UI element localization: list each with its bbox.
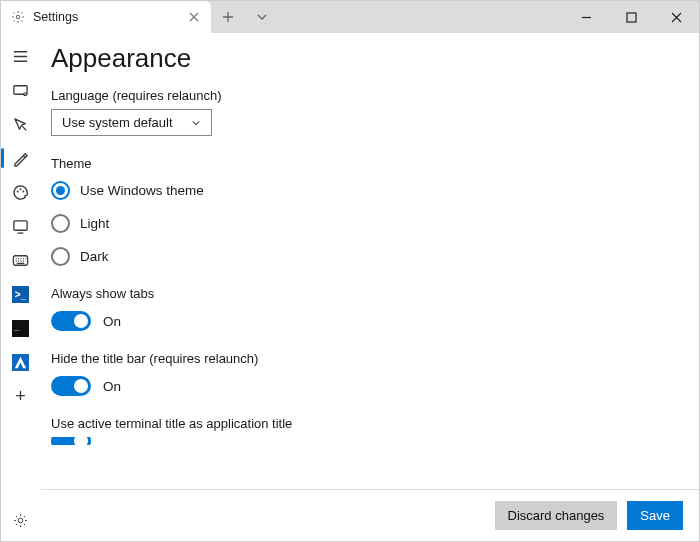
radio-label: Light xyxy=(80,216,109,231)
sidebar: >_ _ + xyxy=(1,33,41,541)
tab-title: Settings xyxy=(33,10,179,24)
discard-button[interactable]: Discard changes xyxy=(495,501,618,530)
always-show-tabs-state: On xyxy=(103,314,121,329)
sidebar-item-startup[interactable] xyxy=(1,73,41,107)
always-show-tabs-toggle[interactable] xyxy=(51,311,91,331)
svg-point-9 xyxy=(18,518,23,523)
sidebar-item-actions[interactable] xyxy=(1,243,41,277)
svg-rect-7 xyxy=(14,220,27,229)
tab-close-button[interactable] xyxy=(187,10,201,24)
language-selected: Use system default xyxy=(62,115,173,130)
sidebar-item-add-new[interactable]: + xyxy=(1,379,41,413)
sidebar-item-interaction[interactable] xyxy=(1,107,41,141)
body: >_ _ + Appearance Language (requires xyxy=(1,33,699,541)
hide-title-bar-state: On xyxy=(103,379,121,394)
radio-icon xyxy=(51,247,70,266)
sidebar-item-color-schemes[interactable] xyxy=(1,175,41,209)
svg-point-5 xyxy=(20,188,22,190)
tab-dropdown-button[interactable] xyxy=(245,11,279,23)
page-title: Appearance xyxy=(51,43,677,74)
radio-icon xyxy=(51,214,70,233)
theme-option-dark[interactable]: Dark xyxy=(51,247,677,266)
radio-icon xyxy=(51,181,70,200)
radio-label: Use Windows theme xyxy=(80,183,204,198)
svg-point-0 xyxy=(16,15,20,19)
minimize-button[interactable] xyxy=(564,1,609,33)
always-show-tabs-label: Always show tabs xyxy=(51,286,677,301)
window-controls xyxy=(564,1,699,33)
tab-actions xyxy=(211,1,279,33)
use-active-title-toggle[interactable] xyxy=(51,437,91,445)
azure-icon xyxy=(12,354,29,371)
footer: Discard changes Save xyxy=(41,489,699,541)
svg-rect-1 xyxy=(627,13,636,22)
theme-radio-group: Use Windows theme Light Dark xyxy=(51,181,677,266)
sidebar-item-open-json[interactable] xyxy=(1,499,41,541)
hide-title-bar-toggle[interactable] xyxy=(51,376,91,396)
sidebar-item-command-prompt[interactable]: _ xyxy=(1,311,41,345)
chevron-down-icon xyxy=(191,118,201,128)
powershell-icon: >_ xyxy=(12,286,29,303)
radio-label: Dark xyxy=(80,249,109,264)
language-label: Language (requires relaunch) xyxy=(51,88,677,103)
main: Appearance Language (requires relaunch) … xyxy=(41,33,699,541)
svg-point-4 xyxy=(17,190,19,192)
gear-icon xyxy=(11,10,25,24)
command-prompt-icon: _ xyxy=(12,320,29,337)
close-button[interactable] xyxy=(654,1,699,33)
tab-settings[interactable]: Settings xyxy=(1,1,211,33)
svg-point-6 xyxy=(22,190,24,192)
use-active-title-label: Use active terminal title as application… xyxy=(51,416,677,431)
sidebar-item-rendering[interactable] xyxy=(1,209,41,243)
language-dropdown[interactable]: Use system default xyxy=(51,109,212,136)
new-tab-button[interactable] xyxy=(211,11,245,23)
plus-icon: + xyxy=(15,387,26,405)
app-window: Settings xyxy=(0,0,700,542)
maximize-button[interactable] xyxy=(609,1,654,33)
theme-option-system[interactable]: Use Windows theme xyxy=(51,181,677,200)
theme-label: Theme xyxy=(51,156,677,171)
title-bar: Settings xyxy=(1,1,699,33)
theme-option-light[interactable]: Light xyxy=(51,214,677,233)
hamburger-menu-button[interactable] xyxy=(1,39,41,73)
save-button[interactable]: Save xyxy=(627,501,683,530)
hide-title-bar-label: Hide the title bar (requires relaunch) xyxy=(51,351,677,366)
content-scroll[interactable]: Appearance Language (requires relaunch) … xyxy=(41,33,699,489)
sidebar-item-powershell[interactable]: >_ xyxy=(1,277,41,311)
sidebar-item-appearance[interactable] xyxy=(1,141,41,175)
sidebar-item-azure[interactable] xyxy=(1,345,41,379)
